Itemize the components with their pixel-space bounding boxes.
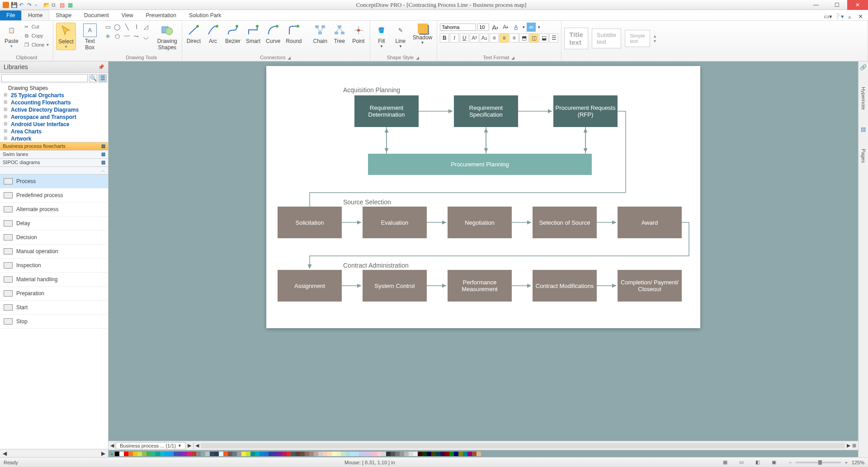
shape-list-item[interactable]: Inspection [0, 259, 108, 273]
color-swatch[interactable] [269, 452, 273, 456]
direct-button[interactable]: Direct [185, 23, 203, 45]
copy-icon[interactable]: ⧉ [52, 2, 58, 8]
italic-button[interactable]: I [450, 33, 459, 42]
valign-top-button[interactable]: ⬒ [519, 33, 528, 42]
palette-toggle-icon[interactable]: ▸ [109, 452, 115, 456]
color-swatch[interactable] [318, 452, 323, 456]
save-icon[interactable]: 💾 [11, 2, 17, 8]
shrink-font-button[interactable]: A▾ [501, 23, 510, 32]
underline-button[interactable]: U [460, 33, 469, 42]
connectors-dialog[interactable]: ◢ [287, 56, 292, 60]
color-swatch[interactable] [350, 452, 354, 456]
color-swatch[interactable] [187, 452, 192, 456]
color-swatch[interactable] [467, 452, 472, 456]
color-swatch[interactable] [178, 452, 183, 456]
font-color-button[interactable]: A [511, 23, 520, 32]
diagram-box[interactable]: Completion/ Payment/ Closeout [618, 270, 682, 302]
valign-bottom-button[interactable]: ⬓ [539, 33, 548, 42]
curve-button[interactable]: Curve [264, 23, 282, 45]
lib-tree-item[interactable]: Artwork [2, 135, 106, 142]
lib-tree-item[interactable]: Android User Interface [2, 121, 106, 128]
color-swatch[interactable] [250, 452, 255, 456]
color-swatch[interactable] [156, 452, 160, 456]
color-swatch[interactable] [336, 452, 341, 456]
color-swatch[interactable] [404, 452, 409, 456]
color-swatch[interactable] [341, 452, 345, 456]
curve-icon[interactable]: 〰 [123, 32, 131, 40]
color-swatch[interactable] [400, 452, 404, 456]
round-button[interactable]: Round [284, 23, 303, 45]
color-swatch[interactable] [169, 452, 174, 456]
new-icon[interactable]: ▫ [35, 2, 42, 8]
hypernote-icon[interactable]: 🔗 [860, 64, 867, 71]
lib-scroll[interactable]: ◀▶ [0, 449, 108, 457]
shape-list-item[interactable]: Preparation [0, 287, 108, 301]
hscroll-track[interactable] [201, 443, 845, 448]
color-swatch[interactable] [119, 452, 124, 456]
shape-list-item[interactable]: Alternate process [0, 203, 108, 217]
color-swatch[interactable] [115, 452, 119, 456]
bezier-button[interactable]: Bezier [223, 23, 242, 45]
close-section-icon[interactable]: ⊠ [101, 151, 105, 157]
rect-icon[interactable]: ▭ [104, 23, 112, 31]
lib-tree-item[interactable]: Active Directory Diagrams [2, 106, 106, 113]
color-swatch[interactable] [246, 452, 250, 456]
diagram-box[interactable]: Procurement Planning [368, 154, 592, 175]
color-swatch[interactable] [327, 452, 332, 456]
line-button[interactable]: ✎Line▼ [392, 23, 409, 49]
align-left-button[interactable]: ≡ [490, 33, 499, 42]
color-swatch[interactable] [124, 452, 128, 456]
color-swatch[interactable] [368, 452, 373, 456]
file-menu[interactable]: File [0, 10, 21, 20]
tab-solution-park[interactable]: Solution Park [183, 10, 227, 20]
color-swatch[interactable] [210, 452, 214, 456]
color-swatch[interactable] [418, 452, 422, 456]
color-swatch[interactable] [309, 452, 314, 456]
color-swatch[interactable] [241, 452, 246, 456]
shape-list-item[interactable]: Material handling [0, 273, 108, 287]
color-swatch[interactable] [237, 452, 241, 456]
redo-icon[interactable]: ↷ [27, 2, 33, 8]
help-icon[interactable]: ❔▾ [835, 12, 843, 20]
search-icon[interactable]: 🔍 [89, 74, 97, 82]
color-swatch[interactable] [345, 452, 350, 456]
zoom-out-icon[interactable]: − [787, 459, 794, 466]
point-button[interactable]: Point [350, 23, 367, 45]
color-swatch[interactable] [445, 452, 449, 456]
zoom-in-icon[interactable]: + [843, 459, 850, 466]
shape-list[interactable]: ProcessPredefined processAlternate proce… [0, 175, 108, 449]
color-swatch[interactable] [413, 452, 418, 456]
color-swatch[interactable] [463, 452, 467, 456]
color-swatch[interactable] [314, 452, 318, 456]
color-swatch[interactable] [259, 452, 264, 456]
canvas-page[interactable]: Acquisition PlanningSource SelectionCont… [266, 66, 700, 328]
color-swatch[interactable] [373, 452, 377, 456]
lib-section[interactable]: Business process flowcharts⊠ [0, 142, 108, 151]
lib-section[interactable]: SIPOC diagrams⊠ [0, 159, 108, 167]
diagram-box[interactable]: Procurement Requests (RFP) [553, 95, 618, 127]
text-format-dialog[interactable]: ◢ [510, 56, 515, 60]
color-swatch[interactable] [472, 452, 476, 456]
clone-button[interactable]: ❐Clone▼ [22, 41, 51, 49]
diagram-box[interactable]: Award [618, 207, 682, 238]
color-swatch[interactable] [142, 452, 146, 456]
color-swatch[interactable] [422, 452, 427, 456]
simple-text-style[interactable]: Simple text [625, 30, 650, 47]
arc-icon[interactable]: ◡ [142, 32, 150, 40]
color-swatch[interactable] [165, 452, 169, 456]
color-swatch[interactable] [449, 452, 454, 456]
shape-list-item[interactable]: Decision [0, 231, 108, 245]
pin-icon[interactable]: 📌 [98, 64, 104, 70]
copy-button[interactable]: ⧉Copy [22, 32, 51, 40]
font-size-input[interactable] [477, 24, 489, 31]
zoom-control[interactable]: − + 125% [787, 459, 864, 466]
highlight-button[interactable]: ab [527, 23, 536, 32]
color-swatch[interactable] [476, 452, 481, 456]
fill-button[interactable]: 🪣Fill▼ [373, 23, 390, 49]
hypernote-tab[interactable]: Hypernote [860, 84, 867, 113]
color-swatch[interactable] [133, 452, 137, 456]
color-swatch[interactable] [363, 452, 368, 456]
color-swatch[interactable] [395, 452, 400, 456]
polygon-icon[interactable]: ⬠ [113, 32, 122, 40]
color-swatch[interactable] [223, 452, 228, 456]
